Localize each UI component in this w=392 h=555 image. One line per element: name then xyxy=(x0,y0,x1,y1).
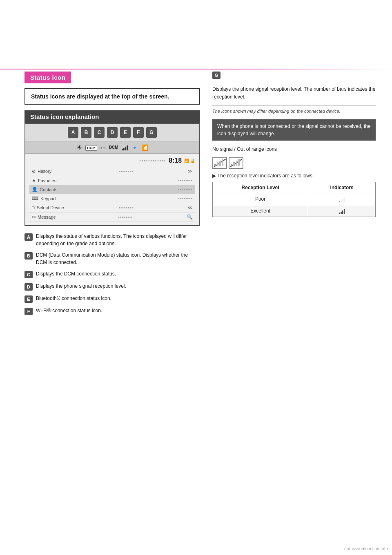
left-column: Status icon Status icons are displayed a… xyxy=(24,72,200,319)
text-b: DCM (Data Communication Module) status i… xyxy=(36,251,200,266)
phone-status-icons: 📶 🔒 xyxy=(184,159,195,163)
svg-rect-8 xyxy=(236,161,237,166)
callout-line xyxy=(212,105,376,105)
menu-label-history: ⊙ History xyxy=(32,169,65,174)
no-signal-box-1 xyxy=(212,157,227,169)
badge-g: G xyxy=(212,72,220,79)
bluetooth-icon: 🔹 xyxy=(131,144,138,151)
phone-body: •••••••••••• 8:18 📶 🔒 ⊙ History ••••••••… xyxy=(25,154,199,225)
indicator-poor xyxy=(308,193,376,205)
watermark: carmanualsonline.info xyxy=(344,546,388,551)
text-f: Wi-Fi® connection status icon. xyxy=(36,307,102,314)
text-g-intro: Displays the phone signal reception leve… xyxy=(212,85,376,101)
section-c: C Displays the DCM connection status. xyxy=(24,270,200,278)
main-content: Status icon Status icons are displayed a… xyxy=(0,0,392,319)
menu-item-contacts: 👤 Contacts •••••••• xyxy=(29,185,195,194)
menu-label-select-device: □ Select Device xyxy=(32,205,65,210)
table-row-excellent: Excellent xyxy=(213,205,376,217)
menu-dots: •••••••• xyxy=(178,187,193,192)
signal-bars xyxy=(122,145,128,150)
badge-a: A xyxy=(24,233,33,241)
section-e: E Bluetooth® connection status icon. xyxy=(24,295,200,303)
reception-table: Reception Level Indicators Poor xyxy=(212,182,376,217)
no-signal-svg-2 xyxy=(230,159,242,167)
level-excellent: Excellent xyxy=(213,205,308,217)
svg-rect-9 xyxy=(238,159,240,166)
signal-indicator-excellent xyxy=(313,208,370,214)
right-column: G Displays the phone signal reception le… xyxy=(212,72,376,319)
icon-a: A xyxy=(68,127,78,138)
section-g-header: G xyxy=(212,72,376,82)
explanation-header: Status icon explanation xyxy=(24,110,200,123)
history-icon: ⊙ xyxy=(32,169,36,174)
status-icons-note: Status icons are displayed at the top of… xyxy=(24,88,200,105)
menu-item-favorites: ★ Favorites •••••••• xyxy=(29,176,195,185)
icons-row-ab: A B C D E F G xyxy=(25,124,199,141)
menu-item-message: ✉ Message •••••••• 🔍 xyxy=(29,213,195,222)
text-c: Displays the DCM connection status. xyxy=(36,270,116,278)
svg-rect-2 xyxy=(217,162,218,166)
menu-dots: •••••••• xyxy=(118,215,133,219)
level-poor: Poor xyxy=(213,193,308,205)
svg-rect-3 xyxy=(219,161,221,166)
menu-label-message: ✉ Message xyxy=(32,215,65,220)
section-rule xyxy=(0,69,392,69)
status-icon-header: Status icon xyxy=(24,72,71,83)
text-e: Bluetooth® connection status icon. xyxy=(36,295,111,302)
svg-rect-7 xyxy=(233,162,235,166)
menu-dots: •••••••• xyxy=(118,206,133,210)
collapse-icon: ≪ xyxy=(187,205,193,210)
info-box: When the phone is not connected or the s… xyxy=(212,119,376,141)
favorites-icon: ★ xyxy=(32,178,36,183)
phone-screen: A B C D E F G ☀ DCM ⊙⊙ DCM xyxy=(24,123,200,226)
badge-d: D xyxy=(24,283,33,291)
badge-e: E xyxy=(24,295,33,303)
dcm-label: DCM xyxy=(109,145,118,150)
badge-f: F xyxy=(24,308,33,315)
menu-dots: •••••••• xyxy=(118,169,133,174)
sun-icon: ☀ xyxy=(76,143,82,151)
no-signal-box-2 xyxy=(229,157,243,169)
badge-c: C xyxy=(24,271,33,278)
menu-label-contacts: 👤 Contacts xyxy=(32,187,65,192)
section-a: A Displays the status of various functio… xyxy=(24,233,200,247)
contacts-icon: 👤 xyxy=(32,187,38,192)
signal-indicator-poor xyxy=(313,196,370,202)
phone-time-row: •••••••••••• 8:18 📶 🔒 xyxy=(29,157,195,164)
icon-b: B xyxy=(81,127,91,138)
badge-b: B xyxy=(24,252,33,260)
menu-label-favorites: ★ Favorites xyxy=(32,178,65,183)
svg-rect-6 xyxy=(231,164,232,166)
text-a: Displays the status of various functions… xyxy=(36,233,200,247)
icon-d: D xyxy=(107,127,118,138)
search-icon: 🔍 xyxy=(187,214,193,220)
menu-dots: •••••••• xyxy=(178,196,193,201)
keypad-icon: ⌨ xyxy=(32,196,38,201)
menu-item-select-device: □ Select Device •••••••• ≪ xyxy=(29,203,195,213)
page-container: Status icon Status icons are displayed a… xyxy=(0,0,392,555)
no-signal-svg-1 xyxy=(214,159,226,167)
section-b: B DCM (Data Communication Module) status… xyxy=(24,251,200,266)
menu-item-keypad: ⌨ Keypad •••••••• xyxy=(29,194,195,203)
wifi-icon: 📶 xyxy=(141,144,148,151)
section-f: F Wi-Fi® connection status icon. xyxy=(24,307,200,315)
signal-bars-icon xyxy=(122,145,128,150)
menu-item-history: ⊙ History •••••••• ≫ xyxy=(29,167,195,176)
icon-f: F xyxy=(133,127,144,138)
table-row-poor: Poor xyxy=(213,193,376,205)
no-signal-icons xyxy=(212,157,376,169)
callout-note: The icons shown may differ depending on … xyxy=(212,108,376,115)
dcm-badge: DCM ⊙⊙ xyxy=(85,145,106,150)
icon-c: C xyxy=(94,127,105,138)
svg-rect-4 xyxy=(222,159,223,166)
text-d: Displays the phone signal reception leve… xyxy=(36,282,126,290)
table-header-level: Reception Level xyxy=(213,182,308,193)
dots-row: •••••••••••• xyxy=(139,159,166,163)
phone-time: 8:18 xyxy=(169,157,182,164)
icons-second-row: ☀ DCM ⊙⊙ DCM 🔹 xyxy=(25,141,199,154)
no-signal-label: No signal / Out of range icons xyxy=(212,145,376,153)
svg-rect-1 xyxy=(214,164,216,166)
select-device-icon: □ xyxy=(32,205,35,210)
section-d: D Displays the phone signal reception le… xyxy=(24,282,200,291)
triangle-note: ▶ The reception level indicators are as … xyxy=(212,173,376,179)
